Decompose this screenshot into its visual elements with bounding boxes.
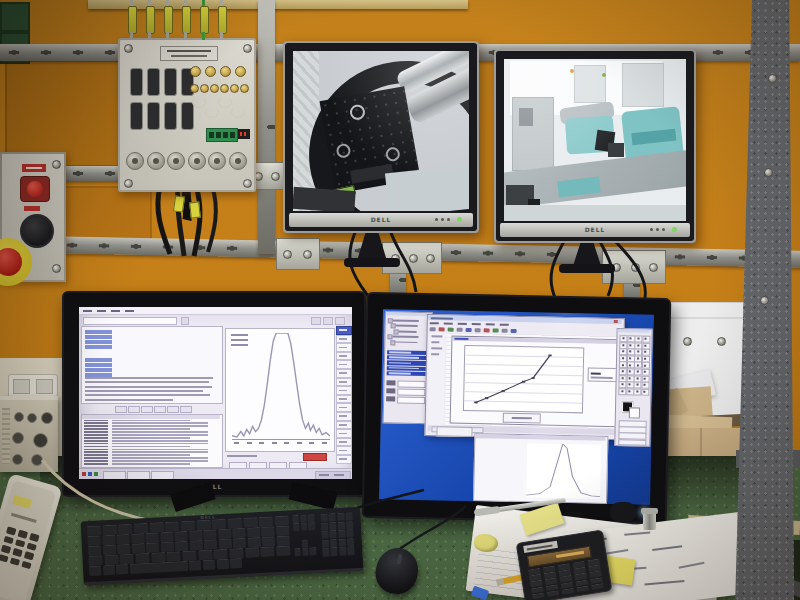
key[interactable] <box>218 529 232 539</box>
phone-key[interactable] <box>0 554 9 563</box>
key[interactable] <box>89 565 102 576</box>
phone-key[interactable] <box>15 539 25 548</box>
key[interactable] <box>230 558 243 569</box>
key[interactable] <box>189 560 202 571</box>
key[interactable] <box>196 520 211 530</box>
power-button[interactable] <box>457 217 462 222</box>
nav-key[interactable] <box>292 515 299 523</box>
phone-key[interactable] <box>29 533 39 542</box>
phone-key[interactable] <box>10 557 20 566</box>
phone-key[interactable] <box>6 526 16 535</box>
numpad-key[interactable] <box>346 512 353 521</box>
numpad-key[interactable] <box>347 546 354 555</box>
key[interactable] <box>88 555 103 565</box>
key[interactable] <box>149 522 164 532</box>
scope-knob[interactable] <box>27 413 37 423</box>
toolbar-button[interactable] <box>335 317 345 325</box>
calculator-key[interactable] <box>576 585 589 592</box>
key[interactable] <box>277 535 291 545</box>
bezel-button[interactable] <box>656 228 659 231</box>
key[interactable] <box>259 516 274 526</box>
key[interactable] <box>203 559 216 570</box>
key[interactable] <box>227 518 242 528</box>
numpad-key[interactable] <box>329 522 336 531</box>
motor-field[interactable] <box>336 335 352 344</box>
key[interactable] <box>261 526 275 536</box>
phone-key[interactable] <box>24 551 34 560</box>
key[interactable] <box>262 536 276 546</box>
key[interactable] <box>116 534 130 544</box>
socket-outlet[interactable] <box>36 379 53 394</box>
key[interactable] <box>102 545 116 555</box>
calculator[interactable] <box>516 529 613 600</box>
key[interactable] <box>102 524 117 534</box>
motor-field[interactable] <box>336 446 352 455</box>
key[interactable] <box>165 521 180 531</box>
key[interactable] <box>233 538 247 548</box>
scope-knob[interactable] <box>31 454 43 466</box>
key[interactable] <box>182 550 197 560</box>
numpad-key[interactable] <box>330 539 337 548</box>
toolbar-button[interactable] <box>323 317 333 325</box>
toolbar-button[interactable] <box>311 317 321 325</box>
numpad-key[interactable] <box>321 531 328 540</box>
taskbar-icon-red[interactable] <box>82 472 86 476</box>
reset-button[interactable] <box>20 176 50 202</box>
numpad-key[interactable] <box>346 521 353 530</box>
nav-key[interactable] <box>300 523 307 531</box>
motor-field[interactable] <box>336 429 352 438</box>
taskbar-button[interactable] <box>127 471 150 480</box>
key[interactable] <box>260 546 275 556</box>
scope-knob[interactable] <box>14 412 24 422</box>
arrow-key[interactable] <box>309 547 316 555</box>
key[interactable] <box>87 535 101 545</box>
numpad-key[interactable] <box>339 547 346 556</box>
motor-field[interactable] <box>336 412 352 421</box>
key[interactable] <box>160 542 174 552</box>
numpad-key[interactable] <box>330 530 337 539</box>
bezel-button[interactable] <box>435 218 438 221</box>
phone-key[interactable] <box>21 560 31 569</box>
phone-key[interactable] <box>1 545 11 554</box>
calculator-key[interactable] <box>547 590 560 597</box>
bezel-button[interactable] <box>662 228 665 231</box>
key[interactable] <box>120 554 135 564</box>
path-field[interactable] <box>83 317 177 325</box>
key[interactable] <box>88 545 102 555</box>
numpad-key[interactable] <box>347 538 354 547</box>
motor-field[interactable] <box>336 369 352 378</box>
scope-knob[interactable] <box>41 412 53 424</box>
power-button[interactable] <box>672 227 677 232</box>
key[interactable] <box>160 532 174 542</box>
system-tray[interactable] <box>315 471 351 479</box>
key[interactable] <box>146 542 160 552</box>
key[interactable] <box>181 520 196 530</box>
scroll-wheel[interactable] <box>396 554 402 565</box>
scope-knob[interactable] <box>33 433 48 448</box>
key[interactable] <box>232 528 246 538</box>
key[interactable] <box>174 531 188 541</box>
key[interactable] <box>102 565 115 576</box>
motor-field[interactable] <box>336 326 352 335</box>
motor-field[interactable] <box>336 455 352 464</box>
taskbar-button[interactable] <box>103 471 126 480</box>
motor-field[interactable] <box>336 378 352 387</box>
arrow-key[interactable] <box>302 547 309 555</box>
key[interactable] <box>243 517 258 527</box>
key[interactable] <box>118 524 133 534</box>
calculator-key[interactable] <box>532 592 545 599</box>
reset-button-cap[interactable] <box>27 181 43 197</box>
taskbar-icon-blue[interactable] <box>88 472 92 476</box>
key[interactable] <box>189 540 203 550</box>
taskbar-button[interactable] <box>151 471 174 480</box>
motor-field[interactable] <box>336 438 352 447</box>
key[interactable] <box>245 547 260 557</box>
key[interactable] <box>117 544 131 554</box>
key[interactable] <box>131 533 145 543</box>
phone-key[interactable] <box>18 530 28 539</box>
calculator-key[interactable] <box>591 583 604 590</box>
key[interactable] <box>216 559 229 570</box>
key[interactable] <box>203 529 217 539</box>
motor-field[interactable] <box>336 395 352 404</box>
black-knob[interactable] <box>20 214 54 248</box>
